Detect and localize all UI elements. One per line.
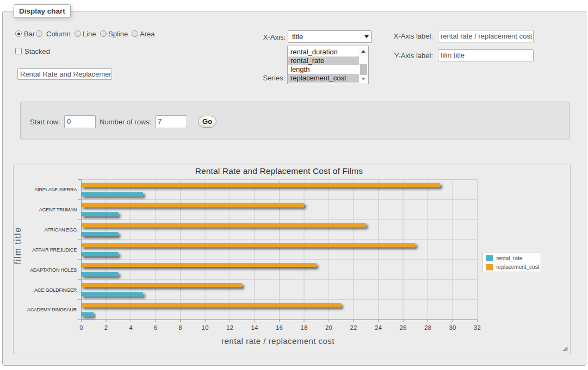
svg-text:30: 30: [449, 324, 456, 331]
svg-text:8: 8: [178, 324, 182, 331]
svg-text:2: 2: [104, 324, 108, 331]
svg-text:6: 6: [154, 324, 157, 331]
svg-text:0: 0: [79, 324, 83, 331]
svg-text:4: 4: [129, 324, 133, 331]
svg-text:28: 28: [424, 324, 431, 331]
svg-text:18: 18: [301, 324, 308, 331]
svg-text:22: 22: [350, 324, 357, 331]
svg-text:replacement_cost: replacement_cost: [497, 264, 540, 270]
svg-text:ACE GOLDFINGER: ACE GOLDFINGER: [34, 287, 77, 293]
svg-text:AGENT TRUMAN: AGENT TRUMAN: [39, 207, 77, 212]
svg-text:Rental Rate and Replacement Co: Rental Rate and Replacement Cost of Film…: [195, 166, 363, 175]
svg-text:ACADEMY DINOSAUR: ACADEMY DINOSAUR: [27, 307, 77, 312]
svg-text:24: 24: [375, 324, 382, 331]
svg-text:AFFAIR PREJUDICE: AFFAIR PREJUDICE: [32, 247, 77, 253]
svg-text:rental_rate: rental_rate: [497, 255, 523, 261]
svg-text:AFRICAN EGG: AFRICAN EGG: [44, 227, 77, 233]
svg-text:10: 10: [202, 324, 209, 331]
svg-text:ADAPTATION HOLES: ADAPTATION HOLES: [30, 267, 77, 273]
svg-text:film title: film title: [14, 227, 22, 264]
svg-text:rental rate / replacement cost: rental rate / replacement cost: [221, 336, 335, 346]
svg-text:12: 12: [226, 324, 233, 331]
svg-text:20: 20: [325, 324, 332, 331]
svg-text:26: 26: [400, 324, 407, 331]
svg-text:AIRPLANE SIERRA: AIRPLANE SIERRA: [34, 187, 77, 192]
svg-text:14: 14: [251, 324, 258, 331]
svg-text:32: 32: [474, 324, 481, 331]
svg-text:16: 16: [276, 324, 283, 331]
